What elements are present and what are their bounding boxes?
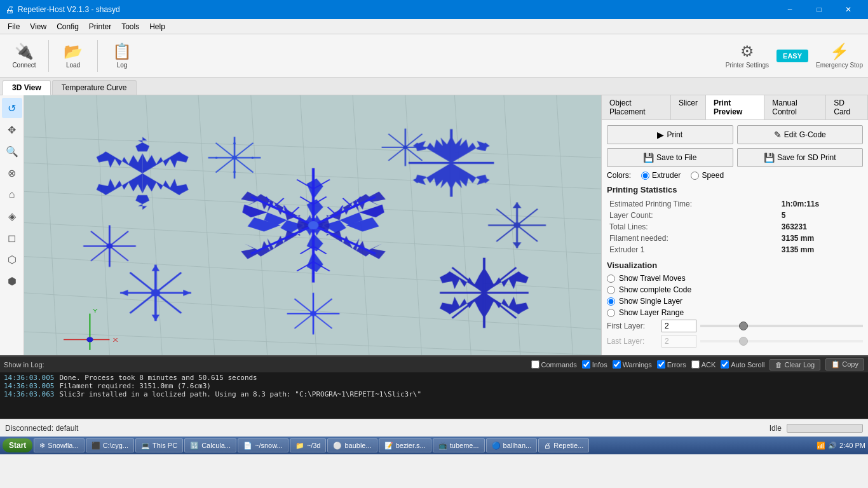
first-layer-slider[interactable] <box>700 325 863 327</box>
tab-3d-view[interactable]: 3D View <box>3 80 51 95</box>
menu-printer[interactable]: Printer <box>84 21 116 32</box>
errors-checkbox[interactable] <box>657 360 665 369</box>
perspective-icon[interactable]: ◈ <box>2 206 22 226</box>
menu-file[interactable]: File <box>3 21 25 32</box>
vis-option: Show complete Code <box>607 285 863 294</box>
print-icon: ▶ <box>657 130 664 140</box>
object-icon[interactable]: ⬡ <box>2 249 22 269</box>
emergency-stop-button[interactable]: ⚡ Emergency Stop <box>816 43 863 69</box>
errors-check-label[interactable]: Errors <box>657 360 686 369</box>
taskbar-item[interactable]: 🔵ballhan... <box>486 438 538 452</box>
vis-radio[interactable] <box>607 286 615 294</box>
wireframe-icon[interactable]: ◻ <box>2 227 22 248</box>
tab-manual-control[interactable]: Manual Control <box>764 95 826 119</box>
save-sd-button[interactable]: 💾 Save for SD Print <box>737 148 864 167</box>
log-button[interactable]: 📋 Log <box>103 37 141 75</box>
tab-sd-card[interactable]: SD Card <box>826 95 868 119</box>
taskbar-item[interactable]: 💻This PC <box>135 438 183 452</box>
connect-button[interactable]: 🔌 Connect <box>5 37 43 75</box>
stats-row: Layer Count:5 <box>607 210 863 221</box>
taskbar-item-icon: 🔵 <box>492 442 501 450</box>
taskbar-item[interactable]: 🖨Repetie... <box>538 438 589 452</box>
stats-row: Filament needed:3135 mm <box>607 233 863 244</box>
taskbar-item[interactable]: ❄Snowfla... <box>34 438 84 452</box>
move-icon[interactable]: ✥ <box>2 119 22 140</box>
zoom-icon[interactable]: 🔍 <box>2 141 22 161</box>
right-panel-tabs: Object Placement Slicer Print Preview Ma… <box>602 95 868 120</box>
copy-button[interactable]: 📋 Copy <box>825 358 864 370</box>
tab-temperature-curve[interactable]: Temperature Curve <box>52 80 137 95</box>
extruder-radio[interactable] <box>641 172 649 180</box>
vis-radio[interactable] <box>607 297 615 306</box>
speed-radio[interactable] <box>691 172 699 180</box>
close-button[interactable]: ✕ <box>834 0 863 19</box>
taskbar-item[interactable]: 📺tubeme... <box>433 438 485 452</box>
printer-settings-button[interactable]: ⚙ Printer Settings <box>726 43 769 69</box>
home-icon[interactable]: ⌂ <box>2 184 22 205</box>
menu-tools[interactable]: Tools <box>116 21 144 32</box>
load-button[interactable]: 📂 Load <box>54 37 92 75</box>
first-layer-label: First Layer: <box>607 322 658 330</box>
print-button[interactable]: ▶ Print <box>607 125 733 144</box>
infos-checkbox[interactable] <box>582 360 590 369</box>
edit-gcode-label: Edit G-Code <box>784 130 826 139</box>
log-content: 14:36:03.005 Done. Process took 8 minute… <box>0 372 868 419</box>
last-layer-row: Last Layer: <box>607 335 863 348</box>
ack-checkbox[interactable] <box>691 360 700 369</box>
tab-object-placement[interactable]: Object Placement <box>602 95 671 119</box>
save-to-file-button[interactable]: 💾 Save to File <box>607 148 733 167</box>
warnings-checkbox[interactable] <box>613 360 621 369</box>
frame-icon[interactable]: ⬢ <box>2 271 22 291</box>
taskbar-item[interactable]: ⬛C:\cyg... <box>86 438 134 452</box>
menu-config[interactable]: Config <box>51 21 84 32</box>
taskbar: Start ❄Snowfla...⬛C:\cyg...💻This PC🔢Calc… <box>0 437 868 454</box>
extruder-radio-label[interactable]: Extruder <box>641 171 681 180</box>
reset-icon[interactable]: ⊗ <box>2 163 22 183</box>
start-button[interactable]: Start <box>3 438 32 452</box>
menu-view[interactable]: View <box>25 21 51 32</box>
3d-view[interactable]: X Y <box>24 95 601 355</box>
menu-help[interactable]: Help <box>144 21 170 32</box>
easy-mode-button[interactable]: EASY <box>776 50 808 62</box>
taskbar-item-label: This PC <box>153 442 177 449</box>
sys-icon-wifi: 📶 <box>817 442 825 450</box>
infos-check-label[interactable]: Infos <box>582 360 607 369</box>
ack-check-label[interactable]: ACK <box>691 360 716 369</box>
last-layer-input[interactable] <box>661 335 696 348</box>
clear-log-button[interactable]: 🗑 Clear Log <box>770 359 820 370</box>
tab-print-preview[interactable]: Print Preview <box>706 95 764 119</box>
commands-checkbox[interactable] <box>531 360 539 369</box>
taskbar-item-label: ~/snow... <box>255 442 283 449</box>
last-layer-slider[interactable] <box>700 340 863 342</box>
ack-label: ACK <box>702 361 716 369</box>
log-message: Slic3r installed in a loclized path. Usi… <box>59 390 421 398</box>
clear-log-icon: 🗑 <box>775 361 782 369</box>
speed-radio-label[interactable]: Speed <box>691 171 724 180</box>
taskbar-item[interactable]: 🔢Calcula... <box>184 438 236 452</box>
taskbar-item-label: C:\cyg... <box>103 442 128 449</box>
vis-radio[interactable] <box>607 309 615 317</box>
left-sidebar: ↺ ✥ 🔍 ⊗ ⌂ ◈ ◻ ⬡ ⬢ <box>0 95 24 355</box>
emergency-icon: ⚡ <box>830 43 849 60</box>
stat-label: Layer Count: <box>607 210 779 221</box>
vis-radio[interactable] <box>607 274 615 283</box>
first-layer-input[interactable] <box>661 320 696 332</box>
auto-scroll-checkbox[interactable] <box>721 360 729 369</box>
status-right: Idle <box>770 424 863 433</box>
maximize-button[interactable]: □ <box>804 0 834 19</box>
minimize-button[interactable]: – <box>775 0 804 19</box>
stat-value: 1h:0m:11s <box>779 198 863 210</box>
commands-check-label[interactable]: Commands <box>531 360 577 369</box>
menubar: File View Config Printer Tools Help <box>0 19 868 34</box>
rotate-icon[interactable]: ↺ <box>2 98 22 118</box>
auto-scroll-check-label[interactable]: Auto Scroll <box>721 360 764 369</box>
edit-gcode-button[interactable]: ✎ Edit G-Code <box>737 125 864 144</box>
taskbar-item[interactable]: ⚪bauble... <box>327 438 377 452</box>
colors-label: Colors: <box>607 171 631 180</box>
taskbar-item[interactable]: 📁~/3d <box>290 438 327 452</box>
action-buttons-row: ▶ Print ✎ Edit G-Code <box>607 125 863 144</box>
taskbar-item[interactable]: 📝bezier.s... <box>379 438 431 452</box>
tab-slicer[interactable]: Slicer <box>671 95 706 119</box>
warnings-check-label[interactable]: Warnings <box>613 360 652 369</box>
taskbar-item[interactable]: 📄~/snow... <box>238 438 288 452</box>
